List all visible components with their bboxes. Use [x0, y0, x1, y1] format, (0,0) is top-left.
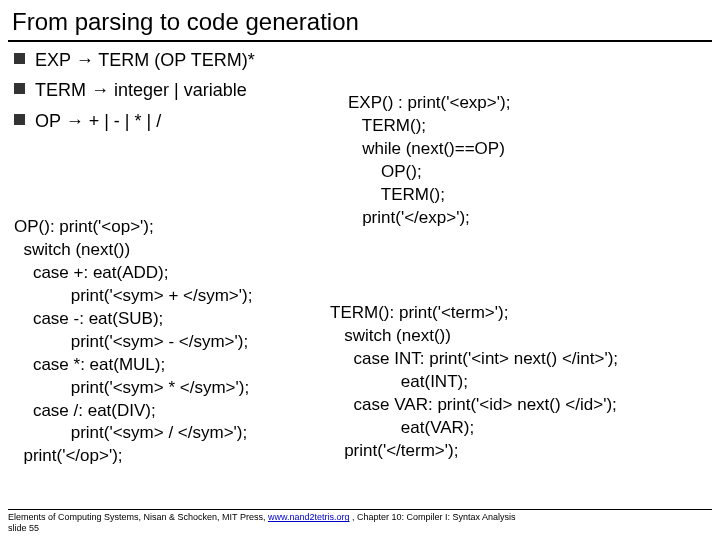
exp-code-block: EXP() : print('<exp>'); TERM(); while (n… [348, 92, 708, 230]
term-code-block: TERM(): print('<term>'); switch (next())… [330, 302, 720, 463]
bullet-square-icon [14, 114, 25, 125]
slide-title: From parsing to code generation [0, 0, 720, 40]
bullet-text: OP → + | - | * | / [35, 109, 161, 133]
bullet-exp: EXP → TERM (OP TERM)* [14, 48, 706, 72]
title-rule [8, 40, 712, 42]
footnote: Elements of Computing Systems, Nisan & S… [8, 509, 712, 534]
footnote-slide: slide 55 [8, 523, 39, 533]
content-area: EXP → TERM (OP TERM)* TERM → integer | v… [0, 48, 720, 133]
bullet-text: EXP → TERM (OP TERM)* [35, 48, 255, 72]
slide: From parsing to code generation EXP → TE… [0, 0, 720, 540]
op-code-block: OP(): print('<op>'); switch (next()) cas… [14, 216, 354, 468]
footnote-after: , Chapter 10: Compiler I: Syntax Analysi… [349, 512, 515, 522]
footnote-before: Elements of Computing Systems, Nisan & S… [8, 512, 268, 522]
bullet-text: TERM → integer | variable [35, 78, 247, 102]
footnote-link[interactable]: www.nand2tetris.org [268, 512, 350, 522]
bullet-square-icon [14, 83, 25, 94]
bullet-square-icon [14, 53, 25, 64]
